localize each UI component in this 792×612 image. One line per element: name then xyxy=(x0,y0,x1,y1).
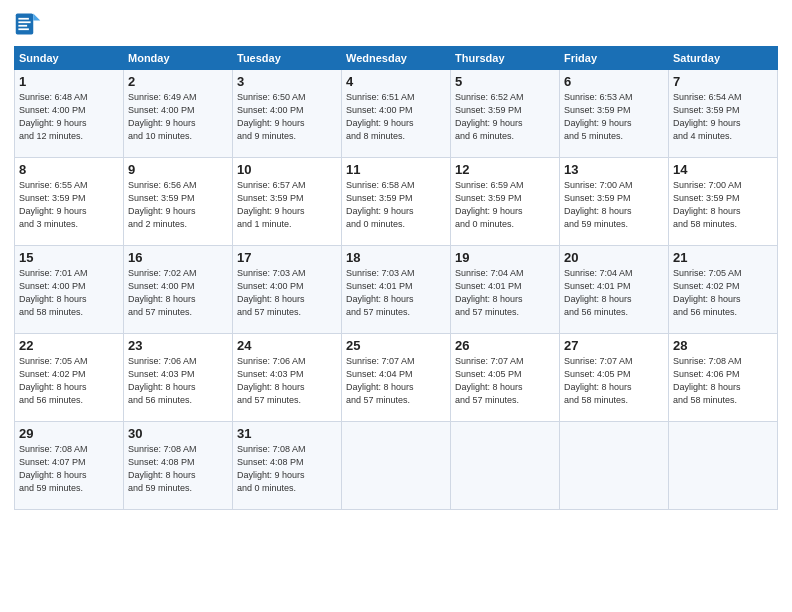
day-cell: 14Sunrise: 7:00 AM Sunset: 3:59 PM Dayli… xyxy=(669,158,778,246)
day-cell: 13Sunrise: 7:00 AM Sunset: 3:59 PM Dayli… xyxy=(560,158,669,246)
day-info: Sunrise: 7:01 AM Sunset: 4:00 PM Dayligh… xyxy=(19,267,119,319)
week-row-5: 29Sunrise: 7:08 AM Sunset: 4:07 PM Dayli… xyxy=(15,422,778,510)
day-number: 22 xyxy=(19,338,119,353)
day-number: 27 xyxy=(564,338,664,353)
day-info: Sunrise: 6:48 AM Sunset: 4:00 PM Dayligh… xyxy=(19,91,119,143)
day-info: Sunrise: 6:50 AM Sunset: 4:00 PM Dayligh… xyxy=(237,91,337,143)
day-number: 11 xyxy=(346,162,446,177)
day-cell: 7Sunrise: 6:54 AM Sunset: 3:59 PM Daylig… xyxy=(669,70,778,158)
day-number: 10 xyxy=(237,162,337,177)
day-number: 21 xyxy=(673,250,773,265)
day-info: Sunrise: 7:08 AM Sunset: 4:08 PM Dayligh… xyxy=(128,443,228,495)
day-info: Sunrise: 7:04 AM Sunset: 4:01 PM Dayligh… xyxy=(455,267,555,319)
day-info: Sunrise: 7:06 AM Sunset: 4:03 PM Dayligh… xyxy=(128,355,228,407)
day-number: 18 xyxy=(346,250,446,265)
day-cell: 16Sunrise: 7:02 AM Sunset: 4:00 PM Dayli… xyxy=(124,246,233,334)
day-cell: 19Sunrise: 7:04 AM Sunset: 4:01 PM Dayli… xyxy=(451,246,560,334)
day-number: 31 xyxy=(237,426,337,441)
day-cell xyxy=(669,422,778,510)
day-number: 12 xyxy=(455,162,555,177)
day-cell: 3Sunrise: 6:50 AM Sunset: 4:00 PM Daylig… xyxy=(233,70,342,158)
day-cell: 15Sunrise: 7:01 AM Sunset: 4:00 PM Dayli… xyxy=(15,246,124,334)
day-info: Sunrise: 6:51 AM Sunset: 4:00 PM Dayligh… xyxy=(346,91,446,143)
day-cell: 26Sunrise: 7:07 AM Sunset: 4:05 PM Dayli… xyxy=(451,334,560,422)
day-number: 8 xyxy=(19,162,119,177)
day-cell: 8Sunrise: 6:55 AM Sunset: 3:59 PM Daylig… xyxy=(15,158,124,246)
day-number: 9 xyxy=(128,162,228,177)
week-row-1: 1Sunrise: 6:48 AM Sunset: 4:00 PM Daylig… xyxy=(15,70,778,158)
logo-icon xyxy=(14,10,42,38)
day-info: Sunrise: 6:55 AM Sunset: 3:59 PM Dayligh… xyxy=(19,179,119,231)
day-info: Sunrise: 7:03 AM Sunset: 4:01 PM Dayligh… xyxy=(346,267,446,319)
svg-rect-2 xyxy=(18,18,29,20)
col-header-tuesday: Tuesday xyxy=(233,47,342,70)
day-number: 4 xyxy=(346,74,446,89)
day-number: 13 xyxy=(564,162,664,177)
day-cell: 12Sunrise: 6:59 AM Sunset: 3:59 PM Dayli… xyxy=(451,158,560,246)
day-info: Sunrise: 7:05 AM Sunset: 4:02 PM Dayligh… xyxy=(19,355,119,407)
week-row-2: 8Sunrise: 6:55 AM Sunset: 3:59 PM Daylig… xyxy=(15,158,778,246)
day-cell: 27Sunrise: 7:07 AM Sunset: 4:05 PM Dayli… xyxy=(560,334,669,422)
day-number: 29 xyxy=(19,426,119,441)
day-number: 17 xyxy=(237,250,337,265)
day-cell: 17Sunrise: 7:03 AM Sunset: 4:00 PM Dayli… xyxy=(233,246,342,334)
day-info: Sunrise: 7:03 AM Sunset: 4:00 PM Dayligh… xyxy=(237,267,337,319)
header-row: SundayMondayTuesdayWednesdayThursdayFrid… xyxy=(15,47,778,70)
col-header-thursday: Thursday xyxy=(451,47,560,70)
day-cell xyxy=(451,422,560,510)
day-cell xyxy=(560,422,669,510)
day-info: Sunrise: 6:52 AM Sunset: 3:59 PM Dayligh… xyxy=(455,91,555,143)
day-number: 6 xyxy=(564,74,664,89)
day-number: 16 xyxy=(128,250,228,265)
day-number: 5 xyxy=(455,74,555,89)
day-cell: 21Sunrise: 7:05 AM Sunset: 4:02 PM Dayli… xyxy=(669,246,778,334)
calendar-table: SundayMondayTuesdayWednesdayThursdayFrid… xyxy=(14,46,778,510)
logo xyxy=(14,10,44,38)
day-cell: 18Sunrise: 7:03 AM Sunset: 4:01 PM Dayli… xyxy=(342,246,451,334)
svg-rect-5 xyxy=(18,28,29,30)
day-cell: 29Sunrise: 7:08 AM Sunset: 4:07 PM Dayli… xyxy=(15,422,124,510)
day-info: Sunrise: 6:49 AM Sunset: 4:00 PM Dayligh… xyxy=(128,91,228,143)
day-number: 3 xyxy=(237,74,337,89)
day-number: 14 xyxy=(673,162,773,177)
day-cell: 24Sunrise: 7:06 AM Sunset: 4:03 PM Dayli… xyxy=(233,334,342,422)
day-number: 2 xyxy=(128,74,228,89)
day-info: Sunrise: 7:06 AM Sunset: 4:03 PM Dayligh… xyxy=(237,355,337,407)
day-info: Sunrise: 7:05 AM Sunset: 4:02 PM Dayligh… xyxy=(673,267,773,319)
day-cell: 2Sunrise: 6:49 AM Sunset: 4:00 PM Daylig… xyxy=(124,70,233,158)
day-info: Sunrise: 6:54 AM Sunset: 3:59 PM Dayligh… xyxy=(673,91,773,143)
day-cell: 25Sunrise: 7:07 AM Sunset: 4:04 PM Dayli… xyxy=(342,334,451,422)
day-number: 24 xyxy=(237,338,337,353)
day-cell: 10Sunrise: 6:57 AM Sunset: 3:59 PM Dayli… xyxy=(233,158,342,246)
day-info: Sunrise: 7:08 AM Sunset: 4:07 PM Dayligh… xyxy=(19,443,119,495)
day-number: 25 xyxy=(346,338,446,353)
day-info: Sunrise: 6:58 AM Sunset: 3:59 PM Dayligh… xyxy=(346,179,446,231)
col-header-sunday: Sunday xyxy=(15,47,124,70)
svg-marker-1 xyxy=(33,14,40,21)
day-cell: 20Sunrise: 7:04 AM Sunset: 4:01 PM Dayli… xyxy=(560,246,669,334)
day-info: Sunrise: 6:56 AM Sunset: 3:59 PM Dayligh… xyxy=(128,179,228,231)
day-cell: 4Sunrise: 6:51 AM Sunset: 4:00 PM Daylig… xyxy=(342,70,451,158)
day-info: Sunrise: 7:00 AM Sunset: 3:59 PM Dayligh… xyxy=(564,179,664,231)
col-header-monday: Monday xyxy=(124,47,233,70)
day-cell: 30Sunrise: 7:08 AM Sunset: 4:08 PM Dayli… xyxy=(124,422,233,510)
day-info: Sunrise: 7:08 AM Sunset: 4:08 PM Dayligh… xyxy=(237,443,337,495)
day-cell: 28Sunrise: 7:08 AM Sunset: 4:06 PM Dayli… xyxy=(669,334,778,422)
day-cell xyxy=(342,422,451,510)
day-cell: 9Sunrise: 6:56 AM Sunset: 3:59 PM Daylig… xyxy=(124,158,233,246)
page-container: SundayMondayTuesdayWednesdayThursdayFrid… xyxy=(0,0,792,516)
day-cell: 1Sunrise: 6:48 AM Sunset: 4:00 PM Daylig… xyxy=(15,70,124,158)
day-info: Sunrise: 7:02 AM Sunset: 4:00 PM Dayligh… xyxy=(128,267,228,319)
col-header-friday: Friday xyxy=(560,47,669,70)
day-number: 20 xyxy=(564,250,664,265)
day-number: 23 xyxy=(128,338,228,353)
day-cell: 11Sunrise: 6:58 AM Sunset: 3:59 PM Dayli… xyxy=(342,158,451,246)
day-info: Sunrise: 7:07 AM Sunset: 4:04 PM Dayligh… xyxy=(346,355,446,407)
day-cell: 22Sunrise: 7:05 AM Sunset: 4:02 PM Dayli… xyxy=(15,334,124,422)
col-header-wednesday: Wednesday xyxy=(342,47,451,70)
day-number: 1 xyxy=(19,74,119,89)
day-number: 19 xyxy=(455,250,555,265)
day-info: Sunrise: 7:07 AM Sunset: 4:05 PM Dayligh… xyxy=(455,355,555,407)
day-info: Sunrise: 7:00 AM Sunset: 3:59 PM Dayligh… xyxy=(673,179,773,231)
day-info: Sunrise: 7:08 AM Sunset: 4:06 PM Dayligh… xyxy=(673,355,773,407)
